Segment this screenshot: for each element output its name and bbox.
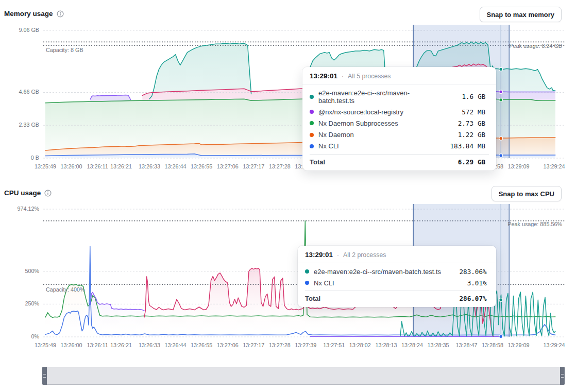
y-tick-label: 500% [1,268,39,274]
tooltip-header: 13:29:01 · All 5 processes [302,67,496,84]
tooltip-rows: e2e-maven:e2e-ci--src/maven-batch.test.t… [302,84,496,152]
memory-title-text: Memory usage [4,10,53,18]
y-tick-label: 250% [1,300,39,306]
process-unit: GB [478,93,489,100]
cpu-peak-label: Peak usage: 885.56% [507,221,562,227]
info-icon[interactable] [44,190,52,197]
process-name: Nx CLI [318,142,445,150]
hover-point [499,90,503,94]
tooltip-process-row: e2e-maven:e2e-ci--src/maven-batch.test.t… [310,87,489,106]
hover-point [499,154,503,158]
cpu-tooltip: 13:29:01 · All 2 processes e2e-maven:e2e… [298,246,496,307]
snap-to-max-cpu-button[interactable]: Snap to max CPU [492,186,562,201]
process-value: 283.06 [454,268,483,276]
x-tick-label: 13:29:24 [536,163,571,169]
process-name: Nx Daemon [318,131,445,139]
tooltip-header: 13:29:01 · All 2 processes [298,246,496,263]
tooltip-subtitle: All 5 processes [348,73,391,80]
process-value: 183.84 [445,142,473,150]
series-color-dot [305,269,309,274]
y-tick-label: 9.06 GB [1,27,39,33]
tooltip-process-row: Nx Daemon 1.22 GB [310,129,489,141]
timeline-brush-track[interactable] [42,367,565,385]
tooltip-process-row: Nx CLI 3.01 % [305,277,489,288]
x-tick-label: 13:29:09 [501,163,536,169]
series-color-dot [310,144,314,148]
y-tick-label: 974.12% [1,206,39,212]
tooltip-process-row: Nx CLI 183.84 MB [310,141,489,152]
process-value: 572 [445,108,473,116]
process-value: 2.73 [445,120,473,127]
info-icon[interactable] [57,10,64,18]
process-unit: GB [478,120,489,127]
process-name: @nx/nx-source:local-registry [318,108,445,116]
total-label: Total [305,295,454,302]
process-name: Nx Daemon Subprocesses [318,120,445,127]
memory-capacity-label: Capacity: 8 GB [46,47,83,53]
series-color-dot [310,133,314,137]
local-registry-cpu-area [89,292,144,337]
tooltip-process-row: Nx Daemon Subprocesses 2.73 GB [310,117,489,129]
tooltip-process-row: e2e-maven:e2e-ci--src/maven-batch.test.t… [305,266,489,277]
hover-point [499,137,503,140]
hover-point [499,298,503,302]
total-unit: % [483,295,489,302]
y-tick-label: 4.66 GB [1,89,39,95]
memory-chart-title: Memory usage [4,10,64,18]
cpu-capacity-label: Capacity: 400% [46,286,85,293]
total-value: 6.29 [445,158,473,166]
process-value: 1.22 [445,131,473,139]
y-tick-label: 0 B [1,155,39,161]
tooltip-separator: · [337,251,339,259]
process-value: 3.01 [454,279,483,287]
tooltip-process-row: @nx/nx-source:local-registry 572 MB [310,106,489,117]
tooltip-time: 13:29:01 [310,72,337,80]
process-unit: MB [478,142,489,150]
tooltip-subtitle: All 2 processes [343,251,386,259]
x-tick-label: 13:29:09 [501,342,536,348]
hover-point [499,335,503,338]
hover-point [499,98,503,102]
process-profiler-page: Memory usage Snap to max memory Capacity… [0,0,576,392]
tooltip-total-row: Total 286.07 % [305,291,489,307]
process-value: 1.6 [445,93,473,100]
process-unit: % [483,268,489,276]
tooltip-rows: e2e-maven:e2e-ci--src/maven-batch.test.t… [298,263,496,288]
charts-canvas[interactable] [0,0,576,392]
snap-to-max-memory-button[interactable]: Snap to max memory [480,7,562,22]
brush-left-handle[interactable] [42,367,47,385]
process-name: e2e-maven:e2e-ci--src/maven-batch.test.t… [318,89,445,105]
series-color-dot [310,110,314,114]
series-color-dot [310,95,314,99]
cpu-title-text: CPU usage [4,189,41,197]
tooltip-separator: · [342,73,344,80]
process-name: e2e-maven:e2e-ci--src/maven-batch.test.t… [314,268,454,276]
process-unit: % [483,279,489,287]
grip-icon [43,374,46,378]
memory-peak-label: Peak usage: 8.24 GB [509,43,562,49]
tooltip-time: 13:29:01 [305,251,333,259]
brush-right-handle[interactable] [560,367,565,385]
total-unit: GB [478,158,489,166]
process-name: Nx CLI [314,279,454,287]
y-tick-label: 2.33 GB [1,122,39,128]
total-label: Total [310,158,445,166]
cpu-chart-title: CPU usage [4,189,52,197]
memory-tooltip: 13:29:01 · All 5 processes e2e-maven:e2e… [302,67,496,171]
hover-point [499,67,503,71]
y-tick-label: 0% [1,333,39,339]
series-color-dot [310,121,314,125]
series-color-dot [305,281,309,285]
process-unit: GB [478,131,489,139]
x-tick-label: 13:29:24 [536,342,571,348]
total-value: 286.07 [454,295,483,302]
grip-icon [561,374,564,378]
tooltip-total-row: Total 6.29 GB [310,154,489,171]
process-unit: MB [478,108,489,116]
